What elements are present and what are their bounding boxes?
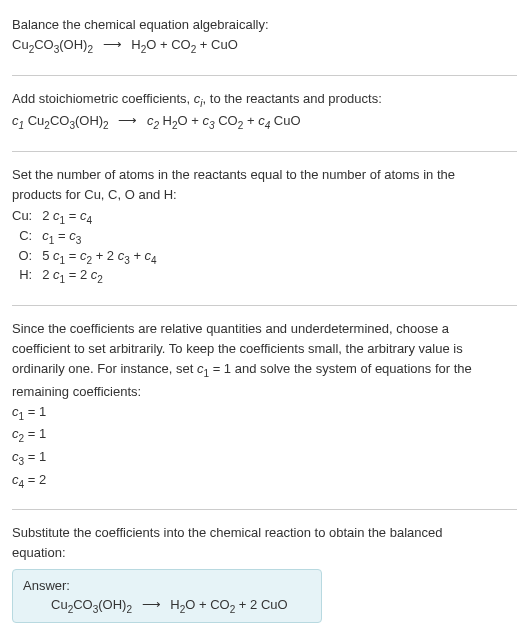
solve-text-1: Since the coefficients are relative quan…	[12, 320, 517, 338]
plus: +	[200, 37, 211, 52]
coef-value: c1 = 1	[12, 403, 517, 424]
solve-text-3: ordinarily one. For instance, set c1 = 1…	[12, 360, 517, 381]
element-equation: 5 c1 = c2 + 2 c3 + c4	[42, 248, 156, 266]
stoich-section: Add stoichiometric coefficients, ci, to …	[12, 82, 517, 145]
reactant: Cu2CO3(OH)2	[12, 37, 93, 52]
product-co2: CO2	[210, 597, 235, 612]
atoms-text-1: Set the number of atoms in the reactants…	[12, 166, 517, 184]
stoich-text: Add stoichiometric coefficients, ci, to …	[12, 90, 517, 111]
product-co2: CO2	[171, 37, 196, 52]
arrow-icon: ⟶	[112, 113, 143, 128]
divider	[12, 509, 517, 510]
element-equation: 2 c1 = 2 c2	[42, 267, 156, 285]
final-text-1: Substitute the coefficients into the che…	[12, 524, 517, 542]
product-h2o: H2O	[170, 597, 195, 612]
element-equation: 2 c1 = c4	[42, 208, 156, 226]
unbalanced-equation: Cu2CO3(OH)2 ⟶ H2O + CO2 + CuO	[12, 36, 517, 57]
answer-label: Answer:	[23, 578, 311, 593]
coefficient-var: ci	[194, 91, 203, 106]
product-h2o: H2O	[163, 113, 188, 128]
atoms-section: Set the number of atoms in the reactants…	[12, 158, 517, 299]
product-cuo: CuO	[274, 113, 301, 128]
coef-value: c4 = 2	[12, 471, 517, 492]
element-label: C:	[12, 228, 32, 246]
element-label: H:	[12, 267, 32, 285]
intro-section: Balance the chemical equation algebraica…	[12, 8, 517, 69]
reactant: Cu2CO3(OH)2	[51, 597, 132, 612]
element-label: Cu:	[12, 208, 32, 226]
divider	[12, 305, 517, 306]
atom-equations: Cu: 2 c1 = c4 C: c1 = c3 O: 5 c1 = c2 + …	[12, 208, 517, 284]
element-label: O:	[12, 248, 32, 266]
balanced-equation: Cu2CO3(OH)2 ⟶ H2O + CO2 + 2 CuO	[23, 597, 311, 615]
intro-text: Balance the chemical equation algebraica…	[12, 16, 517, 34]
coef-2: 2	[250, 597, 257, 612]
solve-section: Since the coefficients are relative quan…	[12, 312, 517, 504]
product-cuo: CuO	[211, 37, 238, 52]
final-section: Substitute the coefficients into the che…	[12, 516, 517, 627]
solve-text-4: remaining coefficients:	[12, 383, 517, 401]
final-text-2: equation:	[12, 544, 517, 562]
arrow-icon: ⟶	[97, 37, 128, 52]
stoich-equation: c1 Cu2CO3(OH)2 ⟶ c2 H2O + c3 CO2 + c4 Cu…	[12, 112, 517, 133]
plus: +	[160, 37, 171, 52]
element-equation: c1 = c3	[42, 228, 156, 246]
product-co2: CO2	[218, 113, 243, 128]
coef-value: c2 = 1	[12, 425, 517, 446]
arrow-icon: ⟶	[136, 597, 167, 612]
product-cuo: CuO	[261, 597, 288, 612]
solve-text-2: coefficient to set arbitrarily. To keep …	[12, 340, 517, 358]
reactant: Cu2CO3(OH)2	[28, 113, 109, 128]
product-h2o: H2O	[131, 37, 156, 52]
divider	[12, 75, 517, 76]
atoms-text-2: products for Cu, C, O and H:	[12, 186, 517, 204]
coef-value: c3 = 1	[12, 448, 517, 469]
answer-box: Answer: Cu2CO3(OH)2 ⟶ H2O + CO2 + 2 CuO	[12, 569, 322, 624]
divider	[12, 151, 517, 152]
